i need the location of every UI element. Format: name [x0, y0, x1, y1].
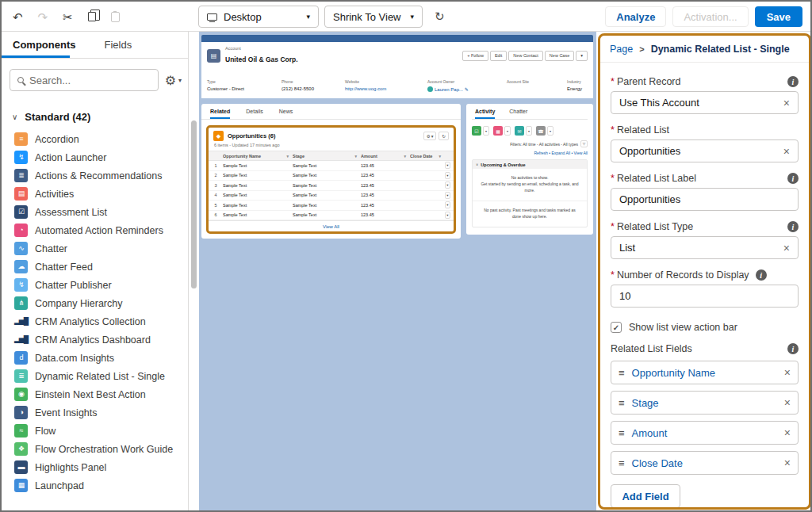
table-row[interactable]: 5 Sample Text Sample Text 123.45 ▾ — [209, 201, 454, 211]
component-list-item[interactable]: ▂▅█ CRM Analytics Dashboard — [2, 331, 188, 349]
refresh-canvas-icon[interactable]: ↻ — [435, 10, 445, 24]
component-list-item[interactable]: ▂▅█ CRM Analytics Collection — [2, 312, 188, 331]
drag-handle-icon[interactable]: ≡ — [619, 427, 625, 439]
column-stage[interactable]: Stage▾ — [293, 154, 361, 159]
related-list-combobox[interactable]: × — [611, 139, 799, 162]
scrollbar-thumb[interactable] — [191, 120, 197, 288]
component-list-item[interactable]: ⋔ Company Hierarchy — [2, 294, 188, 312]
component-list-item[interactable]: ◉ Einstein Next Best Action — [2, 385, 188, 403]
related-list-value[interactable] — [619, 145, 779, 157]
table-row[interactable]: 1 Sample Text Sample Text 123.45 ▾ — [209, 161, 454, 171]
related-list-type-combobox[interactable]: × — [611, 236, 799, 259]
row-actions-button[interactable]: ▾ — [445, 192, 450, 199]
column-amount[interactable]: Amount▾ — [361, 154, 410, 159]
chevron-down-icon[interactable]: ▾ — [526, 126, 532, 136]
table-row[interactable]: 4 Sample Text Sample Text 123.45 ▾ — [209, 191, 454, 201]
records-to-display-field[interactable] — [611, 285, 799, 308]
component-list-item[interactable]: ▬ Highlights Panel — [2, 458, 188, 476]
search-box[interactable] — [10, 69, 159, 91]
component-settings-button[interactable]: ⚙ ▾ — [165, 73, 182, 88]
redo-icon[interactable]: ↷ — [38, 11, 48, 23]
cut-icon[interactable]: ✂ — [63, 11, 73, 23]
chevron-down-icon[interactable]: ▾ — [547, 126, 553, 136]
remove-field-icon[interactable]: × — [784, 457, 791, 468]
field-pill[interactable]: ≡ Amount × — [611, 421, 799, 445]
tab-chatter[interactable]: Chatter — [509, 109, 527, 119]
copy-icon[interactable] — [88, 12, 96, 21]
info-icon[interactable]: i — [787, 76, 799, 87]
activity-type-icon[interactable]: ☑ — [472, 126, 481, 136]
component-list-item[interactable]: ▤ Activities — [2, 185, 188, 203]
row-actions-button[interactable]: ▾ — [445, 181, 450, 189]
remove-field-icon[interactable]: × — [784, 427, 791, 438]
component-list-item[interactable]: ◔ Automated Action Reminders — [2, 221, 188, 239]
component-list-item[interactable]: ≡ Accordion — [2, 130, 188, 148]
activation-button[interactable]: Activation... — [672, 6, 748, 27]
row-actions-button[interactable]: ▾ — [445, 162, 450, 169]
drag-handle-icon[interactable]: ≡ — [619, 397, 625, 409]
filter-icon[interactable]: ▽ — [580, 140, 588, 147]
clear-icon[interactable]: × — [783, 97, 790, 109]
parent-record-combobox[interactable]: × — [611, 91, 799, 114]
info-icon[interactable]: i — [787, 343, 799, 354]
show-action-bar-checkbox[interactable]: ✓ — [611, 322, 622, 333]
activity-type-icon[interactable]: ✉ — [515, 126, 524, 136]
activity-panel[interactable]: Activity Chatter ☑ ▾ ▦ ▾ — [466, 104, 593, 235]
records-to-display-input[interactable] — [619, 290, 790, 302]
component-list-item[interactable]: d Data.com Insights — [2, 349, 188, 367]
account-action-button[interactable]: New Case — [545, 51, 574, 61]
list-refresh-button[interactable]: ↻ — [439, 132, 449, 140]
row-actions-button[interactable]: ▾ — [445, 172, 450, 179]
related-list-label-input[interactable] — [619, 193, 790, 205]
activity-type-icon[interactable]: ▦ — [493, 126, 503, 136]
field-pill[interactable]: ≡ Opportunity Name × — [611, 361, 799, 384]
save-button[interactable]: Save — [755, 6, 802, 27]
info-icon[interactable]: i — [756, 269, 767, 281]
account-action-button[interactable]: New Contact — [508, 51, 543, 61]
search-input[interactable] — [29, 75, 151, 86]
drag-handle-icon[interactable]: ≡ — [619, 367, 625, 379]
owner-link[interactable]: Lauren Pap... ✎ — [427, 86, 507, 92]
tab-activity[interactable]: Activity — [475, 109, 495, 119]
analyze-button[interactable]: Analyze — [605, 6, 666, 27]
chevron-down-icon[interactable]: ▾ — [483, 126, 489, 136]
activity-links[interactable]: Refresh • Expand All • View All — [472, 151, 588, 155]
component-list-item[interactable]: ❖ Flow Orchestration Work Guide — [2, 440, 188, 458]
drag-handle-icon[interactable]: ≡ — [619, 457, 625, 469]
related-list-label-field[interactable] — [611, 188, 799, 211]
parent-record-value[interactable] — [619, 97, 779, 109]
tab-related[interactable]: Related — [210, 109, 230, 119]
component-list-item[interactable]: ↯ Chatter Publisher — [2, 276, 188, 294]
tab-news[interactable]: News — [279, 109, 293, 119]
column-close-date[interactable]: Close Date▾ — [410, 154, 445, 159]
row-actions-button[interactable]: ▾ — [445, 201, 450, 208]
tab-details[interactable]: Details — [246, 109, 262, 119]
account-action-button[interactable]: ▾ — [576, 51, 588, 61]
remove-field-icon[interactable]: × — [784, 367, 791, 378]
remove-field-icon[interactable]: × — [784, 397, 791, 408]
account-action-button[interactable]: + Follow — [462, 51, 488, 61]
account-action-button[interactable]: Edit — [490, 51, 507, 61]
table-row[interactable]: 3 Sample Text Sample Text 123.45 ▾ — [209, 181, 454, 191]
field-pill[interactable]: ≡ Close Date × — [611, 451, 799, 475]
component-list-item[interactable]: ≈ Flow — [2, 422, 188, 440]
form-factor-dropdown[interactable]: Desktop ▾ — [198, 6, 319, 28]
table-row[interactable]: 2 Sample Text Sample Text 123.45 ▾ — [209, 171, 454, 181]
chevron-down-icon[interactable]: ▾ — [504, 126, 511, 136]
canvas-zoom-dropdown[interactable]: Shrink To View ▾ — [324, 6, 423, 28]
component-list-item[interactable]: ↯ Action Launcher — [2, 148, 188, 166]
component-list-item[interactable]: ☁ Chatter Feed — [2, 258, 188, 276]
component-list-item[interactable]: ≣ Dynamic Related List - Single — [2, 367, 188, 385]
view-all-link[interactable]: View All — [323, 224, 339, 229]
component-list-item[interactable]: ∿ Chatter — [2, 239, 188, 258]
activity-type-icon[interactable]: ☎ — [536, 126, 546, 136]
related-list-type-value[interactable] — [619, 242, 779, 254]
component-list-item[interactable]: ☑ Assessment List — [2, 203, 188, 221]
component-list-item[interactable]: ▦ Launchpad — [2, 476, 188, 495]
add-field-button[interactable]: Add Field — [611, 484, 680, 508]
component-list-item[interactable]: ◑ Event Insights — [2, 403, 188, 422]
selected-dynamic-related-list[interactable]: ◆ Opportunities (6) ⚙▾ ↻ 6 items - Updat… — [206, 125, 456, 234]
standard-section-header[interactable]: ∨ Standard (42) — [12, 111, 188, 123]
website-link[interactable]: http://www.uog.com — [345, 86, 427, 91]
field-pill[interactable]: ≡ Stage × — [611, 391, 799, 415]
